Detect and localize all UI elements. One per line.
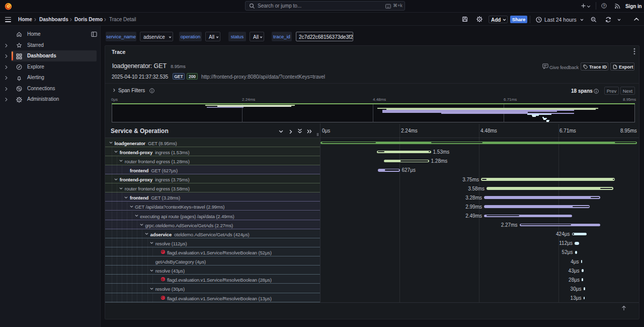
svg-text:?: ?: [603, 4, 605, 8]
